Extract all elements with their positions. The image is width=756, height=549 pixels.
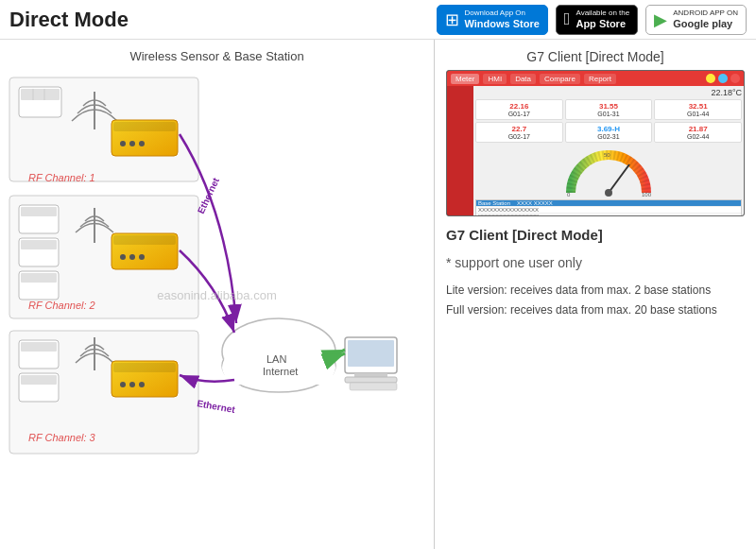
- g7-full-version: Full version: receives data from max. 20…: [446, 300, 745, 319]
- page-title: Direct Mode: [9, 8, 129, 32]
- windows-store-badge[interactable]: ⊞ Download App On Windows Store: [437, 5, 548, 35]
- g7-cell-3: 22.7G02-17: [475, 122, 563, 143]
- g7-temperature-display: 22.18°C: [475, 88, 742, 97]
- g7-icon-alert: [730, 74, 740, 83]
- g7-support-text: * support one user only: [446, 252, 745, 273]
- g7-toolbar: Meter HMI Data Compare Report: [447, 71, 744, 86]
- svg-point-8: [120, 141, 126, 146]
- g7-description: G7 Client [Direct Mode] * support one us…: [446, 224, 745, 319]
- svg-point-58: [605, 189, 612, 197]
- svg-text:50: 50: [604, 152, 610, 158]
- svg-text:RF Channel: 3: RF Channel: 3: [28, 432, 96, 443]
- svg-rect-53: [348, 340, 394, 367]
- svg-text:RF Channel: 2: RF Channel: 2: [28, 300, 95, 311]
- g7-cell-0: 22.16G01-17: [475, 99, 563, 120]
- g7-desc-title: G7 Client [Direct Mode]: [446, 224, 745, 247]
- svg-rect-55: [345, 377, 397, 383]
- g7-tab-compare[interactable]: Compare: [540, 74, 580, 84]
- left-panel-title: Wireless Sensor & Base Station: [9, 49, 424, 63]
- svg-text:Internet: Internet: [263, 366, 298, 377]
- svg-point-34: [120, 382, 126, 387]
- g7-content: 22.18°C 22.16G01-17 31.55G01-31 32.51G01…: [473, 86, 744, 215]
- svg-rect-56: [350, 383, 397, 390]
- svg-rect-7: [113, 122, 176, 131]
- google-play-icon: ▶: [654, 9, 667, 30]
- g7-table-row-2: XXXXXXXXXXXXXXXX: [476, 214, 741, 216]
- g7-toolbar-icons: [706, 74, 740, 83]
- g7-tab-hmi[interactable]: HMI: [483, 74, 507, 84]
- svg-rect-30: [21, 375, 57, 385]
- g7-gauge: 0 50 100: [561, 146, 656, 197]
- g7-cell-5: 21.87G02-44: [654, 122, 742, 143]
- svg-point-36: [139, 382, 145, 387]
- svg-point-22: [120, 254, 126, 260]
- svg-rect-14: [21, 207, 57, 216]
- svg-point-9: [129, 141, 135, 146]
- app-store-badge[interactable]:  Available on the App Store: [556, 5, 638, 35]
- svg-rect-16: [21, 240, 57, 249]
- g7-cell-1: 31.55G01-31: [565, 99, 653, 120]
- g7-cell-2: 32.51G01-44: [654, 99, 742, 120]
- g7-client-screenshot: Meter HMI Data Compare Report 22.18°C 22…: [446, 70, 745, 216]
- svg-point-10: [139, 141, 145, 146]
- svg-text:Ethernet: Ethernet: [197, 398, 237, 415]
- svg-rect-28: [21, 342, 57, 352]
- g7-data-table: Base StationXXXX XXXXX XXXXXXXXXXXXXXXX …: [475, 199, 742, 216]
- svg-point-24: [139, 254, 145, 260]
- svg-text:LAN: LAN: [266, 353, 286, 365]
- svg-rect-2: [21, 89, 60, 100]
- g7-tab-report[interactable]: Report: [584, 74, 616, 84]
- g7-body: 22.18°C 22.16G01-17 31.55G01-31 32.51G01…: [447, 86, 744, 215]
- windows-store-text: Download App On Windows Store: [465, 9, 540, 30]
- g7-data-grid: 22.16G01-17 31.55G01-31 32.51G01-44 22.7…: [475, 99, 742, 143]
- windows-icon: ⊞: [445, 9, 459, 30]
- svg-rect-33: [113, 363, 176, 372]
- google-play-badge[interactable]: ▶ ANDROID APP ON Google play: [645, 5, 747, 35]
- g7-tab-data[interactable]: Data: [510, 74, 536, 84]
- g7-table-row-1: XXXXXXXXXXXXXXXX: [476, 207, 741, 214]
- right-panel-title: G7 Client [Direct Mode]: [446, 49, 745, 64]
- g7-version-list: Lite version: receives data from max. 2 …: [446, 281, 745, 319]
- svg-point-35: [129, 382, 135, 387]
- svg-line-57: [609, 164, 629, 193]
- svg-point-23: [129, 254, 135, 260]
- g7-lite-version: Lite version: receives data from max. 2 …: [446, 281, 745, 300]
- svg-text:RF Channel: 1: RF Channel: 1: [28, 172, 95, 183]
- app-store-text: Available on the App Store: [576, 9, 629, 30]
- g7-sidebar: [447, 86, 473, 215]
- google-play-text: ANDROID APP ON Google play: [673, 9, 738, 30]
- svg-text:100: 100: [642, 192, 652, 197]
- svg-text:Ethernet: Ethernet: [196, 176, 221, 215]
- g7-cell-4: 3.69-HG02-31: [565, 122, 653, 143]
- g7-icon-humidity: [718, 74, 728, 83]
- apple-icon: : [564, 9, 571, 29]
- g7-gauge-container: 0 50 100: [475, 146, 742, 197]
- svg-rect-18: [21, 273, 57, 283]
- g7-tab-meter[interactable]: Meter: [451, 74, 479, 84]
- g7-table-header-row: Base StationXXXX XXXXX: [476, 200, 741, 207]
- g7-icon-temp: [706, 74, 715, 83]
- svg-rect-21: [113, 235, 176, 245]
